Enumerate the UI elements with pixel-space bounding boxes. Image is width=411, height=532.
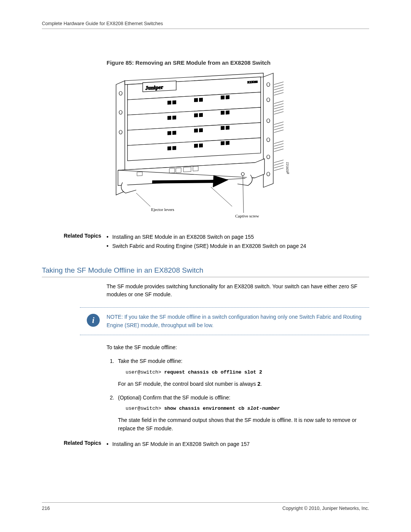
cli-command: user@switch> request chassis cb offline … [126,369,369,376]
svg-marker-4 [263,73,273,187]
svg-line-33 [274,168,284,171]
svg-rect-58 [221,126,225,130]
svg-rect-62 [194,144,198,148]
svg-rect-54 [167,131,171,135]
page-footer: 216 Copyright © 2010, Juniper Networks, … [42,502,369,511]
svg-line-18 [274,104,284,106]
related-link[interactable]: Installing an SF Module in an EX8208 Swi… [107,440,369,449]
svg-line-24 [274,127,284,130]
cli-prompt: user@switch> [126,369,164,375]
related-topics-list: Installing an SF Module in an EX8208 Swi… [107,440,369,449]
svg-rect-47 [226,95,229,99]
related-topics-block: Related Topics Installing an SRE Module … [42,233,369,251]
figure-caption: Figure 85: Removing an SRE Module from a… [107,59,369,66]
technical-document-page: Complete Hardware Guide for EX8208 Ether… [42,21,369,511]
svg-line-17 [274,101,284,104]
svg-rect-64 [221,141,225,145]
page-number: 216 [42,506,50,511]
svg-text:EX8208: EX8208 [247,80,258,84]
svg-rect-49 [172,115,176,120]
svg-line-27 [274,144,284,146]
running-header: Complete Hardware Guide for EX8208 Ether… [42,21,369,29]
svg-rect-44 [194,98,198,102]
procedure-lead: To take the SF module offline: [107,343,369,352]
svg-line-21 [274,112,284,114]
svg-line-13 [274,85,284,87]
svg-rect-65 [226,141,229,145]
step-result: The state field in the command output sh… [118,416,369,433]
svg-rect-43 [172,100,176,104]
svg-point-74 [241,173,244,176]
cli-bold: request chassis cb offline slot 2 [164,369,262,375]
related-topics-block: Related Topics Installing an SF Module i… [42,440,369,449]
cli-prompt: user@switch> [126,406,164,411]
svg-rect-48 [167,116,171,120]
svg-line-75 [136,193,150,206]
procedure-steps: Take the SF module offline: user@switch>… [107,357,369,433]
svg-line-76 [211,187,232,206]
procedure: To take the SF module offline: Take the … [107,343,369,433]
switch-chassis-illustration: Juniper EX8208 [114,71,297,224]
svg-line-22 [274,122,284,125]
svg-rect-56 [194,128,198,133]
related-topics-list: Installing an SRE Module in an EX8208 Sw… [107,233,369,251]
svg-line-15 [274,90,284,93]
svg-rect-57 [199,128,203,133]
svg-rect-50 [194,113,198,117]
svg-rect-51 [199,113,203,117]
callout-ejector-levers: Ejector levers [151,207,174,212]
svg-text:Juniper: Juniper [145,84,163,91]
svg-line-29 [274,149,284,152]
svg-rect-63 [199,144,203,148]
svg-rect-53 [226,110,229,115]
step-1: Take the SF module offline: user@switch>… [116,357,369,388]
svg-line-20 [274,109,284,112]
svg-line-26 [274,141,284,144]
svg-line-19 [274,106,284,109]
cli-bold: show chassis environment cb [164,406,247,411]
svg-rect-46 [221,96,225,100]
svg-rect-55 [172,131,176,135]
note-block: i NOTE: If you take the SF module offlin… [80,307,369,335]
step-text: (Optional) Confirm that the SF module is… [118,395,230,401]
svg-line-12 [274,82,284,85]
svg-line-30 [274,160,284,163]
cli-command: user@switch> show chassis environment cb… [126,405,369,412]
page-content: Figure 85: Removing an SRE Module from a… [42,59,369,449]
related-link[interactable]: Switch Fabric and Routing Engine (SRE) M… [107,242,369,251]
svg-line-28 [274,146,284,149]
svg-line-14 [274,87,284,90]
svg-line-25 [274,130,284,133]
copyright: Copyright © 2010, Juniper Networks, Inc. [282,506,369,511]
step-2: (Optional) Confirm that the SF module is… [116,394,369,433]
step-text: Take the SF module offline: [118,358,182,364]
note-text: NOTE: If you take the SF module offline … [107,313,369,329]
svg-line-23 [274,125,284,127]
svg-line-31 [274,163,284,165]
svg-rect-61 [172,146,176,150]
svg-rect-59 [226,126,229,130]
related-topics-label: Related Topics [42,233,107,251]
cli-variable: slot-number [247,406,280,411]
svg-rect-45 [199,98,203,102]
figure-code: g020522 [285,162,289,174]
related-topics-label: Related Topics [42,440,107,449]
info-icon: i [80,313,107,327]
related-link[interactable]: Installing an SRE Module in an EX8208 Sw… [107,233,369,242]
svg-rect-52 [221,111,225,115]
svg-rect-60 [167,146,171,150]
svg-line-32 [274,165,284,168]
svg-line-16 [274,93,284,95]
section-intro: The SF module provides switching functio… [107,283,369,299]
step-result: For an SF module, the control board slot… [118,380,369,388]
callout-captive-screw: Captive screw [235,214,259,218]
section-heading: Taking the SF Module Offline in an EX820… [42,266,369,277]
svg-rect-42 [167,101,171,105]
